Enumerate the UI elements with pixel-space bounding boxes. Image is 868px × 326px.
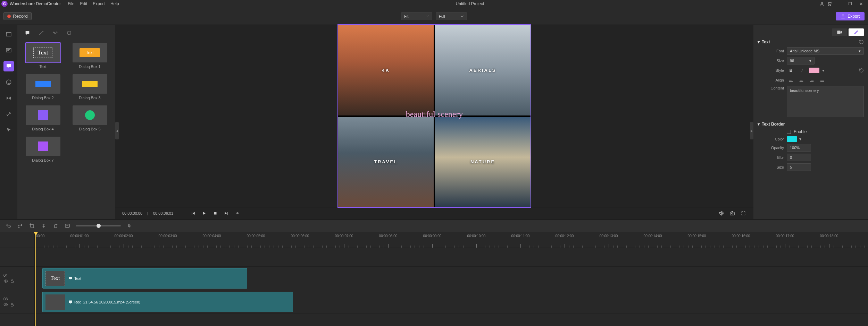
section-text[interactable]: ▾ Text xyxy=(758,40,864,44)
fit-dropdown[interactable]: Fit xyxy=(401,12,432,20)
section-text-label: Text xyxy=(762,40,770,44)
user-icon[interactable] xyxy=(818,0,826,7)
preview-canvas[interactable]: 4K AERIALS TRAVEL NATURE beautiful scene… xyxy=(338,25,531,207)
props-tab-video[interactable] xyxy=(832,28,847,36)
reset-text-button[interactable] xyxy=(859,40,864,44)
asset-item-dialog2[interactable]: Dialoq Box 2 xyxy=(22,74,64,100)
reset-style-button[interactable] xyxy=(859,68,864,73)
close-button[interactable]: ✕ xyxy=(856,0,867,7)
asset-item-text[interactable]: Text Text xyxy=(22,43,64,69)
split-button[interactable] xyxy=(40,222,47,229)
overlay-text[interactable]: beautiful scenery xyxy=(406,110,463,119)
rail-captions[interactable] xyxy=(3,61,14,71)
record-button[interactable]: Record xyxy=(3,12,32,20)
minimize-button[interactable]: ─ xyxy=(833,0,844,7)
rail-stickers[interactable] xyxy=(3,77,14,87)
asset-tab-shape[interactable] xyxy=(65,29,73,37)
record-marker-button[interactable] xyxy=(234,210,241,216)
asset-item-dialog7[interactable]: Dialoq Box 7 xyxy=(22,137,64,162)
ruler-mark: 00:00:02:00 xyxy=(115,234,133,238)
asset-item-dialog5[interactable]: Dialoq Box 5 xyxy=(68,105,111,131)
mic-button[interactable] xyxy=(126,222,133,229)
ruler[interactable]: 00:00:00:0000:00:01:0000:00:02:0000:00:0… xyxy=(35,232,868,248)
svg-point-13 xyxy=(5,281,6,282)
maximize-button[interactable]: ☐ xyxy=(844,0,856,7)
ruler-mark: 00:00:07:00 xyxy=(335,234,353,238)
border-color-swatch[interactable] xyxy=(787,136,797,142)
stop-button[interactable] xyxy=(212,210,218,216)
track-head-03[interactable]: 03 xyxy=(0,290,34,314)
rail-titles[interactable] xyxy=(3,45,14,55)
section-border[interactable]: ▾ Text Border xyxy=(758,122,864,127)
rail-effects[interactable] xyxy=(3,109,14,119)
full-dropdown-value: Full xyxy=(439,14,445,18)
opacity-label: Opacity xyxy=(758,146,784,150)
props-tab-edit[interactable] xyxy=(849,28,864,36)
fullscreen-button[interactable] xyxy=(740,210,746,216)
volume-button[interactable] xyxy=(718,210,724,216)
track-head-04[interactable]: 04 xyxy=(0,267,34,290)
snapshot-button[interactable] xyxy=(729,210,735,216)
italic-button[interactable]: I xyxy=(798,67,806,74)
border-size-input[interactable] xyxy=(787,163,811,171)
playhead-line[interactable] xyxy=(35,232,36,326)
export-button[interactable]: Export xyxy=(836,12,865,20)
track-lane-04[interactable]: Text Text xyxy=(35,267,868,290)
font-select[interactable]: Arial Unicode MS▾ xyxy=(787,47,864,55)
undo-button[interactable] xyxy=(5,222,12,229)
menu-export[interactable]: Export xyxy=(90,1,108,7)
menu-file[interactable]: File xyxy=(65,1,77,7)
menu-edit[interactable]: Edit xyxy=(77,1,90,7)
next-frame-button[interactable] xyxy=(223,210,229,216)
crop-button[interactable] xyxy=(28,222,35,229)
chevron-down-icon[interactable]: ▾ xyxy=(822,68,824,73)
asset-label: Dialoq Box 4 xyxy=(32,127,53,131)
bold-button[interactable]: B xyxy=(787,67,795,74)
asset-label: Dialoq Box 1 xyxy=(79,65,100,69)
asset-item-dialog1[interactable]: Text Dialoq Box 1 xyxy=(68,43,111,69)
clip-video[interactable]: Rec_21.54.56 20200915.mp4 (Screen) xyxy=(42,292,293,312)
asset-tab-caption[interactable] xyxy=(24,29,31,37)
blur-label: Blur xyxy=(758,155,784,160)
rail-cursor[interactable] xyxy=(3,125,14,135)
collapse-left-handle[interactable]: ◂ xyxy=(115,122,119,139)
rail-transitions[interactable] xyxy=(3,93,14,103)
rail-media[interactable] xyxy=(3,29,14,40)
asset-tab-line[interactable] xyxy=(37,29,45,37)
menu-help[interactable]: Help xyxy=(108,1,122,7)
prev-frame-button[interactable] xyxy=(190,210,196,216)
align-right-button[interactable] xyxy=(808,76,816,84)
size-select[interactable]: 96▾ xyxy=(787,57,815,65)
play-button[interactable] xyxy=(201,210,207,216)
align-left-button[interactable] xyxy=(787,76,795,84)
track-lane-03[interactable]: Rec_21.54.56 20200915.mp4 (Screen) xyxy=(35,290,868,314)
border-enable-checkbox[interactable] xyxy=(787,130,791,134)
asset-thumb xyxy=(82,81,98,87)
zoom-thumb[interactable] xyxy=(97,224,101,228)
chevron-down-icon[interactable]: ▾ xyxy=(799,137,801,141)
lock-icon[interactable] xyxy=(10,302,14,307)
asset-item-dialog4[interactable]: Dialoq Box 4 xyxy=(22,105,64,131)
asset-tab-wave[interactable] xyxy=(51,29,59,37)
align-center-button[interactable] xyxy=(797,76,806,84)
clip-text[interactable]: Text Text xyxy=(42,268,247,289)
asset-item-dialog3[interactable]: Dialoq Box 3 xyxy=(68,74,111,100)
content-textarea[interactable] xyxy=(787,86,864,117)
speed-button[interactable] xyxy=(64,222,71,229)
blur-input[interactable] xyxy=(787,154,811,161)
redo-button[interactable] xyxy=(17,222,24,229)
asset-thumb: Text xyxy=(80,48,100,57)
ruler-mark: 00:00:13:00 xyxy=(600,234,618,238)
track-lanes[interactable]: Text Text Rec_21.54.56 20200915.mp4 ( xyxy=(35,248,868,326)
delete-button[interactable] xyxy=(52,222,59,229)
eye-icon[interactable] xyxy=(3,302,8,307)
align-justify-button[interactable] xyxy=(818,76,826,84)
lock-icon[interactable] xyxy=(10,279,14,283)
text-color-swatch[interactable] xyxy=(809,68,819,73)
full-dropdown[interactable]: Full xyxy=(436,12,467,20)
eye-icon[interactable] xyxy=(3,279,8,283)
cart-icon[interactable] xyxy=(826,0,833,7)
collapse-right-handle[interactable]: ▸ xyxy=(750,122,753,139)
opacity-input[interactable] xyxy=(787,144,811,152)
zoom-slider[interactable] xyxy=(76,225,121,226)
